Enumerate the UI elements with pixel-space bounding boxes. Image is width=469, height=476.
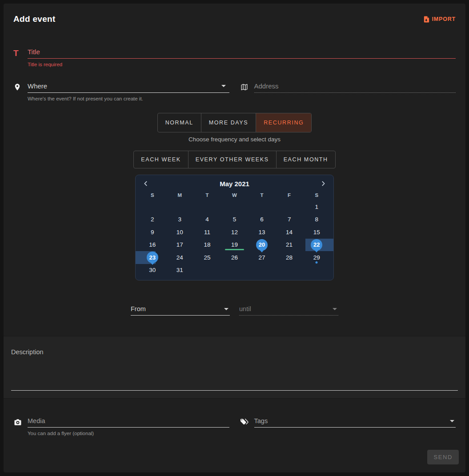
tab-each-month[interactable]: EACH MONTH [277, 151, 335, 168]
calendar-day-27[interactable]: 27 [248, 251, 276, 264]
where-helper-text: Where's the event? If not present you ca… [28, 96, 229, 101]
address-input[interactable]: Address [254, 82, 456, 93]
calendar-day-29[interactable]: 29 [303, 251, 330, 264]
day-number: 12 [231, 229, 238, 236]
calendar-weekday-label: T [248, 191, 276, 200]
tab-more-days[interactable]: MORE DAYS [201, 113, 257, 132]
calendar-weekday-label: W [221, 191, 249, 200]
map-icon [240, 83, 252, 93]
description-textarea[interactable]: Description [4, 336, 465, 399]
day-number: 16 [149, 241, 156, 248]
calendar-day-24[interactable]: 24 [166, 251, 194, 264]
import-button-label: IMPORT [432, 16, 456, 22]
dialog-header: Add event IMPORT [4, 4, 465, 24]
calendar-day-8[interactable]: 8 [303, 213, 330, 226]
day-number: 20 [259, 241, 265, 248]
camera-icon [13, 418, 25, 428]
calendar-day-empty [276, 200, 303, 213]
day-number: 31 [176, 267, 183, 273]
calendar-day-21[interactable]: 21 [276, 239, 303, 252]
tags-select[interactable]: Tags [254, 417, 456, 428]
title-placeholder: Title [28, 48, 40, 56]
address-field: Address [240, 82, 456, 101]
frequency-helper-text: Choose frequency and select days [4, 136, 465, 143]
calendar-day-17[interactable]: 17 [166, 239, 194, 252]
today-underline [225, 249, 245, 251]
calendar-day-28[interactable]: 28 [276, 251, 303, 264]
calendar-day-empty [276, 264, 303, 277]
tab-each-week[interactable]: EACH WEEK [134, 151, 188, 168]
calendar-day-19[interactable]: 19 [221, 239, 249, 252]
calendar-day-9[interactable]: 9 [139, 226, 166, 239]
calendar-day-31[interactable]: 31 [166, 264, 194, 277]
event-dot [316, 261, 318, 264]
day-number: 21 [286, 241, 293, 248]
calendar-day-10[interactable]: 10 [166, 226, 194, 239]
selected-day-marker: 23 [147, 252, 158, 263]
calendar: May 2021 SMTWTFS 12345678910111213141516… [135, 175, 334, 280]
calendar-day-3[interactable]: 3 [166, 213, 194, 226]
day-number: 25 [204, 254, 210, 261]
day-number: 30 [149, 267, 156, 273]
tab-normal[interactable]: NORMAL [158, 113, 201, 132]
day-number: 22 [313, 241, 320, 248]
day-number: 24 [176, 254, 183, 261]
day-number: 28 [286, 254, 293, 261]
chevron-down-icon [450, 420, 454, 422]
calendar-weekday-label: T [193, 191, 221, 200]
calendar-weekday-label: F [276, 191, 303, 200]
calendar-day-16[interactable]: 16 [139, 239, 166, 252]
day-number: 7 [288, 216, 291, 223]
calendar-day-26[interactable]: 26 [221, 251, 249, 264]
calendar-day-13[interactable]: 13 [248, 226, 276, 239]
where-select[interactable]: Where [28, 82, 229, 93]
tab-recurring[interactable]: RECURRING [256, 113, 311, 132]
import-file-icon [423, 16, 430, 23]
calendar-day-15[interactable]: 15 [303, 226, 330, 239]
calendar-day-12[interactable]: 12 [221, 226, 249, 239]
calendar-day-25[interactable]: 25 [193, 251, 221, 264]
calendar-day-22[interactable]: 22 [303, 239, 330, 252]
calendar-day-5[interactable]: 5 [221, 213, 249, 226]
day-number: 11 [204, 229, 210, 236]
calendar-day-18[interactable]: 18 [193, 239, 221, 252]
calendar-day-11[interactable]: 11 [193, 226, 221, 239]
calendar-next-button[interactable] [319, 179, 328, 188]
dialog-footer: SEND [4, 450, 459, 464]
calendar-day-30[interactable]: 30 [139, 264, 166, 277]
tab-every-other-weeks[interactable]: EVERY OTHER WEEKS [188, 151, 277, 168]
day-number: 26 [231, 254, 238, 261]
import-button[interactable]: IMPORT [420, 15, 458, 24]
from-select[interactable]: From [131, 305, 230, 316]
title-input[interactable]: Title [28, 48, 456, 59]
where-field: Where Where's the event? If not present … [13, 82, 229, 101]
calendar-month-label: May 2021 [150, 180, 319, 188]
calendar-day-20[interactable]: 20 [248, 239, 276, 252]
calendar-day-empty [193, 264, 221, 277]
calendar-day-23[interactable]: 23 [139, 251, 166, 264]
page-title: Add event [13, 14, 56, 24]
calendar-day-1[interactable]: 1 [303, 200, 330, 213]
where-placeholder: Where [28, 82, 47, 90]
media-field: Media You can add a flyer (optional) [13, 417, 229, 436]
day-number: 23 [149, 254, 156, 261]
media-placeholder: Media [28, 417, 45, 424]
day-number: 10 [176, 229, 183, 236]
chevron-down-icon [333, 308, 337, 310]
calendar-day-7[interactable]: 7 [276, 213, 303, 226]
calendar-prev-button[interactable] [141, 179, 150, 188]
calendar-day-4[interactable]: 4 [193, 213, 221, 226]
calendar-day-2[interactable]: 2 [139, 213, 166, 226]
title-text-icon: T [13, 49, 25, 59]
calendar-day-6[interactable]: 6 [248, 213, 276, 226]
calendar-day-14[interactable]: 14 [276, 226, 303, 239]
event-mode-tabs: NORMAL MORE DAYS RECURRING [4, 113, 465, 132]
media-input[interactable]: Media [28, 417, 229, 428]
send-button[interactable]: SEND [427, 450, 459, 464]
selected-day-marker: 20 [256, 239, 268, 251]
until-select[interactable]: until [239, 305, 338, 316]
location-row: Where Where's the event? If not present … [13, 82, 456, 101]
time-row: From until [4, 305, 465, 316]
day-number: 18 [204, 241, 210, 248]
calendar-header: May 2021 [139, 177, 330, 189]
